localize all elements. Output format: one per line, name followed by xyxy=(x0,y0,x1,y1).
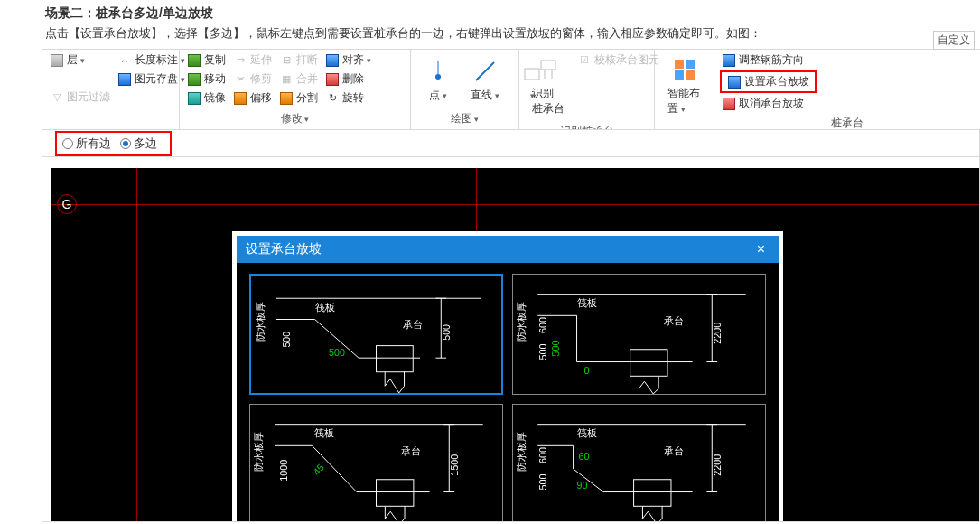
slope-option-2[interactable]: 防水板厚 筏板 600 500 500 0 承台 xyxy=(512,274,766,395)
set-slope-button[interactable]: 设置承台放坡 xyxy=(720,70,817,93)
svg-rect-4 xyxy=(541,61,555,70)
svg-text:筏板: 筏板 xyxy=(577,427,597,438)
extend-button: ⇒延伸 xyxy=(231,51,274,69)
svg-text:600: 600 xyxy=(537,447,548,463)
svg-text:45: 45 xyxy=(311,462,326,477)
cancel-slope-button[interactable]: 取消承台放坡 xyxy=(720,95,817,112)
svg-rect-38 xyxy=(630,350,667,377)
svg-text:承台: 承台 xyxy=(403,319,423,330)
layer-dropdown[interactable]: 层 xyxy=(48,51,112,69)
copy-button[interactable]: 复制 xyxy=(185,51,228,69)
point-button[interactable]: 点 xyxy=(416,53,460,107)
line-button[interactable]: 直线 xyxy=(463,53,507,107)
dialog-close-button[interactable]: × xyxy=(752,241,770,257)
modify-group-label[interactable]: 修改 xyxy=(180,109,410,129)
axis-label-g: G xyxy=(57,194,77,214)
trim-button: ✂修剪 xyxy=(231,70,274,88)
svg-rect-10 xyxy=(686,70,695,80)
offset-button[interactable]: 偏移 xyxy=(231,89,274,107)
smart-layout-button[interactable]: 智能布置 xyxy=(660,51,708,120)
length-dim-dropdown[interactable]: ↔长度标注 xyxy=(116,51,187,69)
mirror-button[interactable]: 镜像 xyxy=(185,89,228,107)
scenario-desc: 点击【设置承台放坡】，选择【多边】，鼠标左键点到需要设置桩承台的一边，右键弹出设… xyxy=(0,23,980,49)
svg-text:2200: 2200 xyxy=(712,454,723,476)
svg-text:筏板: 筏板 xyxy=(577,297,597,308)
svg-rect-73 xyxy=(634,480,671,507)
svg-text:承台: 承台 xyxy=(664,445,684,456)
save-layer-dropdown[interactable]: 图元存盘 xyxy=(116,70,187,88)
break-button: ⊟打断 xyxy=(277,51,320,69)
svg-text:0: 0 xyxy=(583,365,589,376)
mode-bar: 所有边 多边 xyxy=(42,130,980,157)
svg-rect-7 xyxy=(675,60,684,69)
rotate-button[interactable]: ↻旋转 xyxy=(323,89,373,107)
recognize-group-label: 识别桩承台 xyxy=(519,122,654,130)
svg-point-0 xyxy=(435,74,441,80)
slope-option-3[interactable]: 防水板厚 筏板 1000 45 承台 xyxy=(249,404,503,522)
ribbon: 层 ▽图元过滤 ↔长度标注 图元存盘 复制 移动 镜像 ⇒延伸 ✂修剪 偏移 xyxy=(42,49,980,130)
svg-text:防水板厚: 防水板厚 xyxy=(253,432,264,472)
svg-text:500: 500 xyxy=(550,341,561,357)
svg-rect-9 xyxy=(675,70,684,80)
svg-text:90: 90 xyxy=(577,480,588,491)
verify-piles-button: ☑校核承台图元 xyxy=(575,51,661,69)
svg-text:筏板: 筏板 xyxy=(315,302,335,313)
svg-text:600: 600 xyxy=(537,317,548,333)
slope-option-1[interactable]: 防水板厚 筏板 500 500 承台 xyxy=(249,274,503,395)
svg-text:1500: 1500 xyxy=(449,454,460,476)
svg-text:防水板厚: 防水板厚 xyxy=(516,302,527,342)
svg-text:防水板厚: 防水板厚 xyxy=(516,432,527,472)
svg-rect-8 xyxy=(686,60,695,69)
slope-option-4[interactable]: 防水板厚 筏板 600 500 60 90 xyxy=(512,404,766,522)
radio-multi-side[interactable]: 多边 xyxy=(120,136,157,152)
svg-text:500: 500 xyxy=(537,473,548,490)
svg-text:500: 500 xyxy=(441,324,452,341)
draw-group-label[interactable]: 绘图 xyxy=(411,109,518,129)
recognize-piles-button: 识别 桩承台 xyxy=(525,51,572,120)
svg-rect-54 xyxy=(377,480,414,507)
pile-group-label: 桩承台 xyxy=(714,114,980,130)
canvas-area[interactable]: G 设置承台放坡 × 防水板厚 筏板 500 500 xyxy=(42,157,980,522)
delete-button[interactable]: 删除 xyxy=(323,70,373,88)
svg-text:500: 500 xyxy=(329,347,345,358)
svg-line-2 xyxy=(476,62,494,80)
svg-text:500: 500 xyxy=(281,332,292,348)
svg-text:2200: 2200 xyxy=(712,323,723,344)
svg-text:1000: 1000 xyxy=(278,460,289,482)
svg-text:承台: 承台 xyxy=(401,445,421,456)
rebar-direction-button[interactable]: 调整钢筋方向 xyxy=(720,51,817,69)
align-dropdown[interactable]: 对齐 xyxy=(323,51,373,69)
svg-text:承台: 承台 xyxy=(664,315,684,326)
radio-all-sides[interactable]: 所有边 xyxy=(62,136,111,152)
svg-text:筏板: 筏板 xyxy=(314,427,334,438)
svg-rect-19 xyxy=(377,346,414,372)
dialog-title: 设置承台放坡 xyxy=(246,241,322,257)
svg-text:防水板厚: 防水板厚 xyxy=(255,302,266,342)
scenario-title: 场景二：桩承台多边/单边放坡 xyxy=(0,0,980,23)
split-button[interactable]: 分割 xyxy=(277,89,320,107)
merge-button: ▦合并 xyxy=(277,70,320,88)
move-button[interactable]: 移动 xyxy=(185,70,228,88)
svg-text:60: 60 xyxy=(579,451,590,462)
set-slope-dialog: 设置承台放坡 × 防水板厚 筏板 500 500 xyxy=(232,231,783,522)
help-button[interactable]: 自定义 xyxy=(933,31,975,50)
layer-filter-button: ▽图元过滤 xyxy=(48,89,112,106)
svg-text:500: 500 xyxy=(537,343,548,360)
